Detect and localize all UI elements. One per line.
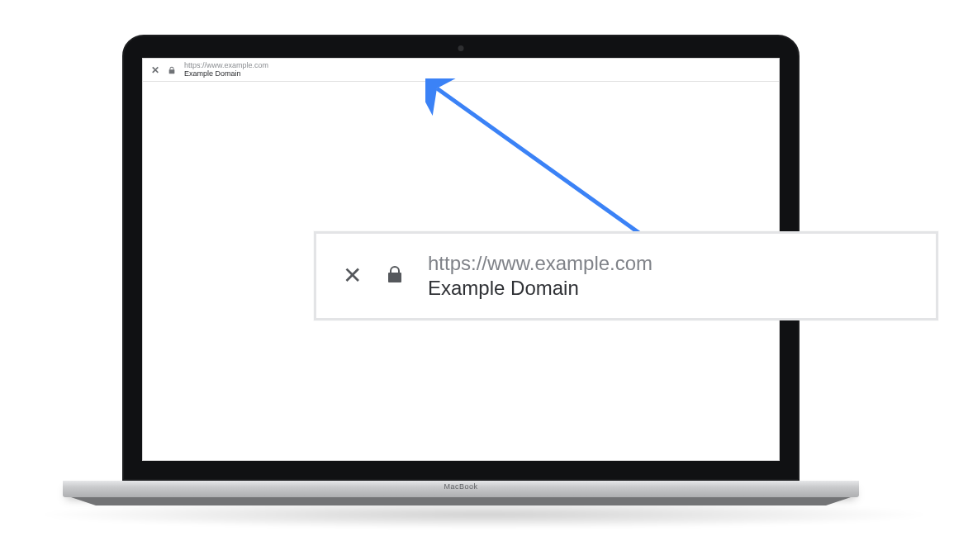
lock-icon[interactable]: [168, 63, 176, 78]
url-text: https://www.example.com: [428, 252, 652, 275]
browser-bar-text: https://www.example.com Example Domain: [184, 62, 268, 78]
overlay-text: https://www.example.com Example Domain: [428, 252, 652, 300]
close-icon[interactable]: ✕: [151, 65, 159, 75]
laptop-hinge: MacBook: [63, 481, 859, 497]
zoom-overlay: ✕ https://www.example.com Example Domain: [314, 231, 938, 320]
laptop-foot: [71, 497, 851, 505]
lock-icon[interactable]: [385, 263, 405, 289]
browser-bar: ✕ https://www.example.com Example Domain: [143, 59, 779, 82]
close-icon[interactable]: ✕: [343, 264, 362, 287]
page-title: Example Domain: [184, 70, 268, 78]
webcam: [458, 45, 464, 51]
page-title: Example Domain: [428, 277, 652, 300]
device-label: MacBook: [444, 482, 477, 491]
